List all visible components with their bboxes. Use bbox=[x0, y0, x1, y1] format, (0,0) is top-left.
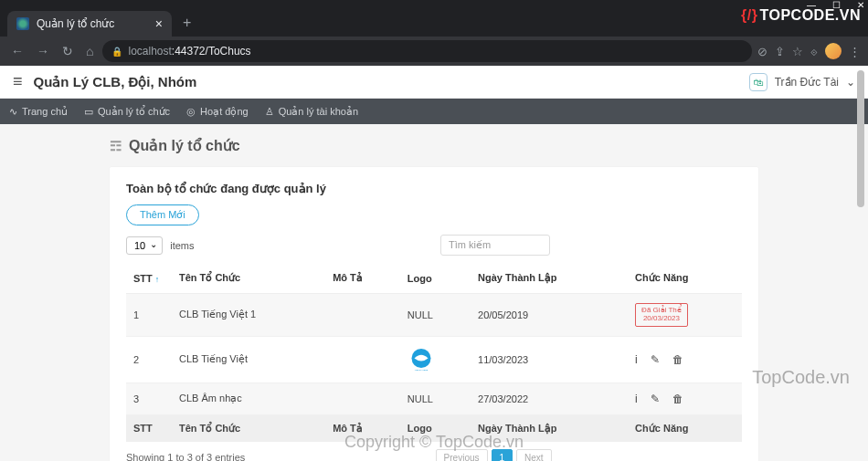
edit-icon[interactable]: ✎ bbox=[651, 353, 660, 366]
delete-icon[interactable]: 🗑 bbox=[672, 393, 683, 405]
hamburger-icon[interactable]: ≡ bbox=[13, 72, 23, 91]
add-button[interactable]: Thêm Mới bbox=[126, 204, 199, 225]
extensions-icon[interactable]: ⟐ bbox=[810, 45, 818, 58]
col-founded[interactable]: Ngày Thành Lập bbox=[471, 263, 628, 294]
search-input[interactable]: Tìm kiếm bbox=[440, 235, 550, 256]
sort-asc-icon: ↑ bbox=[155, 275, 160, 284]
card-title: Toàn bộ tổ chức đang được quản lý bbox=[126, 182, 742, 195]
col-actions[interactable]: Chức Năng bbox=[628, 263, 742, 294]
org-card: Toàn bộ tổ chức đang được quản lý Thêm M… bbox=[110, 167, 758, 461]
lock-icon: 🔒 bbox=[111, 47, 122, 57]
app-nav: ∿Trang chủ ▭Quản lý tổ chức ◎Hoạt động ♙… bbox=[0, 99, 868, 124]
col-stt[interactable]: STT↑ bbox=[126, 263, 172, 294]
delete-icon[interactable]: 🗑 bbox=[672, 353, 683, 366]
back-icon[interactable]: ← bbox=[7, 40, 27, 62]
user-name: Trần Đức Tài bbox=[775, 76, 839, 89]
browser-tab[interactable]: Quản lý tổ chức × bbox=[7, 11, 172, 37]
svg-text:VIETNAMESE: VIETNAMESE bbox=[415, 369, 429, 372]
cart-icon: 🛍 bbox=[749, 73, 767, 91]
table-info: Showing 1 to 3 of 3 entries bbox=[126, 452, 245, 461]
user-menu[interactable]: 🛍 Trần Đức Tài ⌄ bbox=[749, 73, 855, 91]
col-desc[interactable]: Mô Tả bbox=[325, 263, 400, 294]
address-bar[interactable]: 🔒 localhost:44372/ToChucs bbox=[102, 40, 752, 62]
page-title: Quản lý tổ chức bbox=[129, 137, 240, 154]
col-name[interactable]: Tên Tổ Chức bbox=[172, 263, 325, 294]
nav-organizations[interactable]: ▭Quản lý tổ chức bbox=[84, 106, 170, 118]
dissolved-badge: Đã Giải Thể20/03/2023 bbox=[635, 303, 688, 327]
share-icon[interactable]: ⇪ bbox=[775, 45, 785, 58]
tab-title: Quản lý tổ chức bbox=[37, 17, 148, 30]
bookmark-icon[interactable]: ☆ bbox=[792, 45, 803, 58]
app-header: ≡ Quản Lý CLB, Đội, Nhóm 🛍 Trần Đức Tài … bbox=[0, 66, 868, 99]
items-label: items bbox=[170, 240, 194, 251]
org-table: STT↑ Tên Tổ Chức Mô Tả Logo Ngày Thành L… bbox=[126, 263, 742, 442]
nav-home[interactable]: ∿Trang chủ bbox=[9, 106, 68, 118]
org-logo: VIETNAMESE bbox=[408, 346, 463, 373]
info-icon[interactable]: i bbox=[635, 393, 638, 405]
table-row: 2 CLB Tiếng Việt VIETNAMESE 11/03/2023 i bbox=[126, 336, 742, 382]
chevron-down-icon: ⌄ bbox=[846, 76, 855, 89]
menu-icon[interactable]: ⋮ bbox=[849, 45, 861, 58]
col-logo[interactable]: Logo bbox=[400, 263, 471, 294]
info-icon[interactable]: i bbox=[635, 353, 638, 366]
favicon bbox=[16, 17, 29, 30]
new-tab-button[interactable]: + bbox=[183, 15, 191, 31]
watermark-center: Copyright © TopCode.vn bbox=[344, 433, 524, 452]
edit-icon[interactable]: ✎ bbox=[651, 393, 660, 405]
nav-accounts[interactable]: ♙Quản lý tài khoản bbox=[265, 106, 358, 118]
watermark-text: TopCode.vn bbox=[752, 367, 850, 388]
table-row: 1 CLB Tiếng Việt 1 NULL 20/05/2019 Đã Gi… bbox=[126, 294, 742, 337]
scrollbar-thumb[interactable] bbox=[857, 70, 864, 207]
forward-icon[interactable]: → bbox=[33, 40, 53, 62]
tab-close-icon[interactable]: × bbox=[155, 16, 163, 31]
layers-icon: ▭ bbox=[84, 106, 93, 118]
profile-avatar[interactable] bbox=[825, 43, 842, 59]
database-icon: ☶ bbox=[110, 138, 122, 154]
reload-icon[interactable]: ↻ bbox=[58, 40, 77, 62]
home-icon[interactable]: ⌂ bbox=[82, 40, 97, 62]
page-length-select[interactable]: 10 bbox=[126, 236, 163, 255]
activity-icon: ∿ bbox=[9, 106, 17, 118]
nav-activities[interactable]: ◎Hoạt động bbox=[186, 106, 249, 118]
app-title: Quản Lý CLB, Đội, Nhóm bbox=[34, 74, 749, 90]
watermark-logo: {/}TOPCODE.VN bbox=[741, 7, 861, 24]
table-row: 3 CLB Âm nhạc NULL 27/03/2022 i ✎ 🗑 bbox=[126, 382, 742, 414]
eye-icon: ◎ bbox=[186, 106, 196, 118]
translate-icon[interactable]: ⊘ bbox=[757, 45, 767, 58]
vertical-scrollbar[interactable] bbox=[855, 66, 866, 461]
user-icon: ♙ bbox=[265, 106, 274, 118]
